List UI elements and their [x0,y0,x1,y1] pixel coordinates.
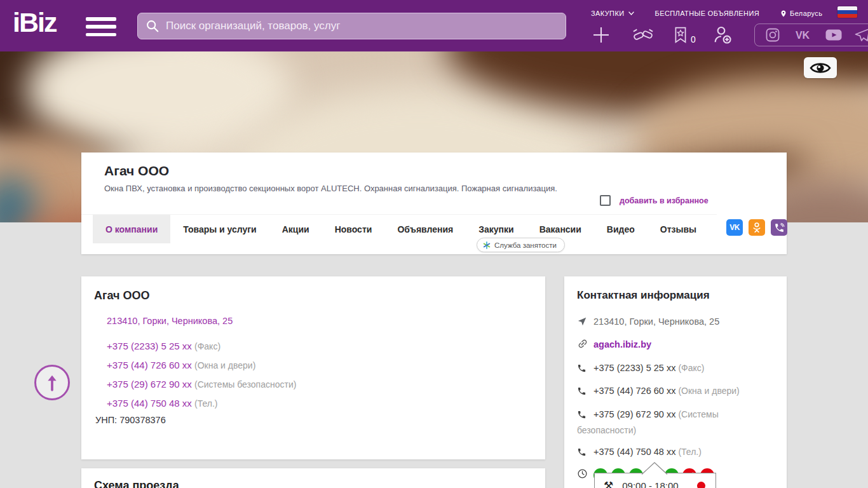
bookmark-star-icon [672,25,689,44]
contact-info-card: Контактная информация 213410, Горки, Чер… [564,276,787,488]
search-input[interactable] [166,20,558,32]
contact-phone-row: +375 (29) 672 90 xx (Системы безопасност… [577,407,775,438]
eye-icon [810,61,831,75]
scroll-to-top-button[interactable] [34,365,70,400]
phone-label: (Окна и двери) [678,386,739,396]
asterisk-icon [483,241,491,249]
favorites-button[interactable]: 0 [672,25,696,44]
nav-free-ads[interactable]: БЕСПЛАТНЫЕ ОБЪЯВЛЕНИЯ [655,10,760,17]
login-button[interactable] [712,25,733,45]
clock-icon [577,468,588,479]
menu-icon[interactable] [86,17,116,36]
nav-region[interactable]: Беларусь [780,9,822,18]
phone-label: (Окна и двери) [194,360,255,370]
tab-ads[interactable]: Объявления [384,215,466,243]
contact-address: 213410, Горки, Черникова, 25 [593,316,719,327]
accessibility-eye-button[interactable] [804,57,837,78]
tools-icon: ⚒ [604,479,613,488]
company-social-links: VK [726,219,787,236]
tab-promos[interactable]: Акции [269,215,322,243]
odnoklassniki-icon [750,220,763,234]
map-card: Схема проезда [81,468,545,488]
employment-service-badge[interactable]: Служба занятости [477,238,565,252]
youtube-icon[interactable] [825,28,843,42]
tab-news[interactable]: Новости [322,215,385,243]
phone-label: (Системы безопасности) [194,379,296,390]
phone-number[interactable]: +375 (44) 726 60 xx [107,360,192,370]
page: iBiz ЗАКУПКИ БЕСПЛАТНЫЕ ОБЪЯВЛЕНИЯ [0,0,868,488]
phone-row: +375 (44) 750 48 xx (Тел.) [107,398,520,409]
phone-number[interactable]: +375 (29) 672 90 xx [107,379,192,390]
phone-number[interactable]: +375 (44) 726 60 xx [593,386,675,396]
contact-address-row: 213410, Горки, Черникова, 25 [577,315,775,330]
contact-phone-row: +375 (44) 726 60 xx (Окна и двери) [577,384,775,400]
tab-reviews[interactable]: Отзывы [648,215,709,243]
handshake-icon [632,26,654,44]
phone-number[interactable]: +375 (2233) 5 25 xx [107,341,192,351]
language-flag-ru[interactable] [837,6,857,18]
navigation-arrow-icon [577,316,587,327]
phone-number[interactable]: +375 (44) 750 48 xx [593,447,675,457]
odnoklassniki-button[interactable] [749,219,765,236]
company-unp: УНП: 790378376 [95,415,166,425]
map-title: Схема проезда [94,479,179,488]
phone-row: +375 (29) 672 90 xx (Системы безопасност… [107,379,520,390]
phone-label: (Факс) [194,341,220,351]
vk-icon[interactable]: VK [792,28,813,42]
plus-icon [591,25,611,45]
vk-icon: VK [729,223,740,232]
header-social-links: VK [754,24,868,46]
working-hours: 09:00 - 18:00 [622,480,678,488]
location-pin-icon [780,9,787,18]
partners-button[interactable] [632,26,654,44]
add-company-button[interactable] [591,25,611,45]
company-description: Окна ПВХ, установка и производство секци… [104,184,587,193]
link-icon [577,338,588,349]
contact-phone-row: +375 (44) 750 48 xx (Тел.) [577,445,775,461]
phone-label: (Тел.) [678,447,701,457]
company-website-link[interactable]: agach.ibiz.by [593,339,651,349]
vk-button[interactable]: VK [726,219,743,236]
contact-phone-row: +375 (2233) 5 25 xx (Факс) [577,361,775,377]
person-add-icon [712,25,733,45]
contact-info-title: Контактная информация [577,289,710,302]
phone-number[interactable]: +375 (44) 750 48 xx [107,398,192,409]
phone-icon [577,447,587,457]
phone-icon [577,363,587,373]
search-bar [137,13,566,39]
company-tabs: О компании Товары и услуги Акции Новости… [81,214,717,243]
site-logo[interactable]: iBiz [13,9,56,36]
tab-about[interactable]: О компании [93,215,170,243]
phone-number[interactable]: +375 (2233) 5 25 xx [593,363,675,373]
about-card: Агач ООО 213410, Горки, Черникова, 25 +3… [81,276,545,459]
phone-icon [577,386,587,396]
search-icon [146,19,159,33]
phone-row: +375 (2233) 5 25 xx (Факс) [107,341,520,351]
favorite-label: добавить в избранное [620,196,709,205]
favorite-checkbox[interactable] [600,195,611,206]
instagram-icon[interactable] [765,27,780,43]
company-name: Агач ООО [104,163,169,179]
phone-label: (Тел.) [194,398,217,409]
tab-products[interactable]: Товары и услуги [170,215,269,243]
telegram-icon[interactable] [854,27,868,43]
top-header: iBiz ЗАКУПКИ БЕСПЛАТНЫЕ ОБЪЯВЛЕНИЯ [0,0,868,51]
header-icon-row: 0 [591,23,858,47]
tooltip-pointer [639,461,670,475]
svg-text:VK: VK [796,30,810,41]
phone-row: +375 (44) 726 60 xx (Окна и двери) [107,360,520,370]
nav-procurement[interactable]: ЗАКУПКИ [591,10,635,17]
status-dot [697,482,705,488]
phone-number[interactable]: +375 (29) 672 90 xx [593,409,675,419]
viber-button[interactable] [771,219,787,236]
employment-service-label: Служба занятости [494,241,557,249]
company-address-link[interactable]: 213410, Горки, Черникова, 25 [107,316,520,326]
add-to-favorites[interactable]: добавить в избранное [600,195,709,206]
tab-video[interactable]: Видео [594,215,648,243]
chevron-down-icon [628,11,635,16]
arrow-up-icon [44,374,60,391]
contact-website-row: agach.ibiz.by [577,337,775,353]
working-hours-tooltip: ⚒ 09:00 - 18:00 [594,473,716,488]
phone-label: (Факс) [678,363,704,373]
about-title: Агач ООО [94,289,150,302]
